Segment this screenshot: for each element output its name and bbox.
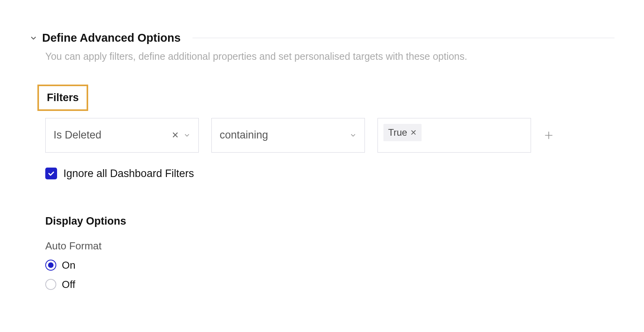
chevron-down-icon[interactable] — [30, 34, 37, 42]
auto-format-radio-group: On Off — [45, 259, 614, 291]
chevron-down-icon[interactable] — [350, 132, 357, 139]
select-controls: ✕ — [172, 130, 191, 140]
auto-format-label: Auto Format — [45, 240, 614, 252]
tag-label: True — [388, 127, 407, 138]
filter-field-select[interactable]: Is Deleted ✕ — [45, 118, 199, 153]
filters-heading-highlight: Filters — [37, 85, 88, 111]
ignore-dashboard-filters-label: Ignore all Dashboard Filters — [63, 168, 194, 180]
auto-format-on-label: On — [62, 259, 76, 271]
auto-format-off-radio[interactable] — [45, 279, 56, 290]
display-options-heading: Display Options — [45, 215, 614, 227]
add-filter-icon[interactable] — [544, 130, 554, 140]
select-controls — [350, 132, 357, 139]
divider — [192, 38, 614, 38]
filter-value-input[interactable]: True ✕ — [378, 118, 531, 153]
section-subtitle: You can apply filters, define additional… — [45, 49, 614, 64]
ignore-dashboard-filters-row: Ignore all Dashboard Filters — [45, 168, 614, 180]
filter-row: Is Deleted ✕ containing True ✕ — [45, 118, 614, 153]
ignore-dashboard-filters-checkbox[interactable] — [45, 168, 57, 179]
chevron-down-icon[interactable] — [183, 132, 191, 139]
section-title: Define Advanced Options — [42, 31, 181, 44]
filter-field-value: Is Deleted — [54, 129, 102, 141]
section-header: Define Advanced Options — [30, 31, 614, 44]
auto-format-off-row: Off — [45, 279, 614, 291]
auto-format-on-radio[interactable] — [45, 260, 56, 271]
radio-dot — [48, 262, 54, 268]
clear-field-icon[interactable]: ✕ — [172, 130, 179, 140]
auto-format-off-label: Off — [62, 279, 75, 291]
remove-tag-icon[interactable]: ✕ — [410, 128, 417, 137]
auto-format-on-row: On — [45, 259, 614, 271]
filter-operator-select[interactable]: containing — [211, 118, 365, 153]
filter-value-tag: True ✕ — [383, 124, 422, 141]
check-icon — [47, 170, 55, 177]
filters-heading: Filters — [47, 92, 79, 103]
filter-operator-value: containing — [220, 129, 268, 141]
